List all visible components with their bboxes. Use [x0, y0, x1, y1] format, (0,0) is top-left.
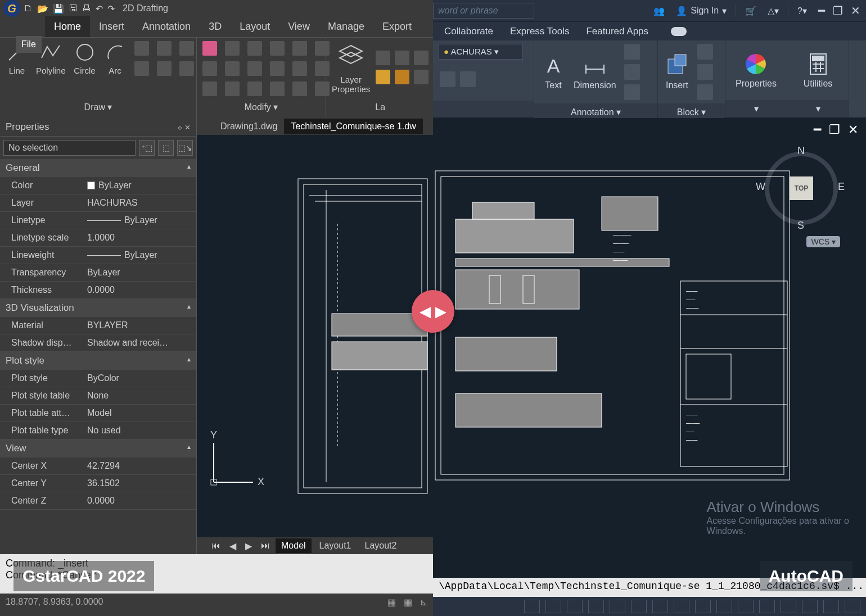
doc-tab-2[interactable]: Techinstel_Comunique-se 1.dw — [284, 119, 422, 134]
panel-title-modify[interactable]: Modify ▾ — [202, 99, 320, 115]
panel-title-layers-blank[interactable] — [433, 101, 534, 117]
property-row[interactable]: Shadow disp…Shadow and recei… — [0, 334, 196, 352]
scale-icon[interactable] — [292, 61, 307, 76]
wcs-dropdown[interactable]: WCS ▾ — [806, 236, 840, 247]
utilities-button[interactable]: Utilities — [804, 52, 833, 89]
help-search-input[interactable]: word or phrase — [433, 3, 534, 19]
hardware-icon[interactable] — [823, 600, 839, 613]
tool-arc[interactable]: Arc — [104, 41, 127, 75]
layer-states-icon[interactable] — [376, 51, 390, 65]
dimension-button[interactable]: Dimension — [574, 53, 616, 90]
text-button[interactable]: A Text — [541, 53, 566, 90]
layer-lock-icon[interactable] — [414, 70, 429, 84]
layer-dropdown[interactable]: ● ACHURAS ▾ — [439, 44, 523, 60]
grid-toggle-icon[interactable]: ▦ — [404, 597, 412, 608]
create-block-icon[interactable] — [697, 44, 713, 60]
properties-button[interactable]: Properties — [736, 52, 777, 89]
mtext-icon[interactable] — [624, 84, 640, 100]
property-row[interactable]: Center Y36.1502 — [0, 475, 196, 492]
spline-icon[interactable] — [134, 61, 149, 76]
layer-match-icon[interactable] — [414, 51, 429, 65]
edit-block-icon[interactable] — [697, 64, 713, 80]
vp-max-icon[interactable]: ❐ — [829, 123, 840, 137]
otrack-toggle-icon[interactable] — [652, 600, 668, 613]
restore-icon[interactable]: ❐ — [833, 4, 843, 17]
align-icon[interactable] — [292, 81, 307, 96]
sc-toggle-icon[interactable] — [738, 600, 754, 613]
redo-icon[interactable]: ↷ — [107, 3, 115, 14]
region-icon[interactable] — [179, 61, 194, 76]
property-row[interactable]: Plot table typeNo used — [0, 422, 196, 440]
extend-icon[interactable] — [247, 61, 262, 76]
explode-icon[interactable] — [225, 81, 240, 96]
cleanscreen-icon[interactable] — [845, 600, 860, 613]
property-row[interactable]: TransparencyByLayer — [0, 264, 196, 282]
viewport-window-controls[interactable]: ━ ❐ ✕ — [814, 123, 858, 137]
annomonitor-icon[interactable] — [759, 600, 775, 613]
chamfer-icon[interactable] — [202, 81, 217, 96]
copy-icon[interactable] — [225, 41, 240, 56]
quick-access-toolbar[interactable]: 🗋 📂 💾 🖫 🖶 ↶ ↷ — [24, 3, 115, 14]
panel-title-props[interactable]: ▾ — [725, 100, 787, 117]
model-toggle-icon[interactable] — [524, 600, 540, 613]
tab-express[interactable]: Express Tools — [510, 26, 570, 37]
property-row[interactable]: Plot style tableNone — [0, 387, 196, 405]
saveas-icon[interactable]: 🖫 — [69, 3, 78, 14]
tab-collaborate[interactable]: Collaborate — [444, 26, 493, 37]
layout-last-icon[interactable]: ⏭ — [258, 540, 273, 552]
panel-title-layers[interactable]: La — [332, 100, 429, 115]
tab-annotation[interactable]: Annotation — [133, 16, 200, 37]
a360-icon[interactable]: △▾ — [762, 6, 784, 16]
lwt-toggle-icon[interactable] — [674, 600, 689, 613]
rect-icon[interactable] — [134, 41, 149, 56]
layout-tab-2[interactable]: Layout2 — [359, 538, 403, 553]
cloud-toggle-icon[interactable] — [671, 27, 687, 36]
undo-icon[interactable]: ↶ — [96, 3, 103, 14]
ellipse-icon[interactable] — [157, 41, 172, 56]
property-row[interactable]: ColorByLayer — [0, 177, 196, 194]
property-row[interactable]: LinetypeByLayer — [0, 212, 196, 229]
tab-featured[interactable]: Featured Apps — [586, 26, 648, 37]
file-menu-button[interactable]: File — [16, 36, 42, 53]
tab-layout[interactable]: Layout — [231, 16, 279, 37]
prop-category[interactable]: General — [0, 159, 196, 177]
ortho-toggle-icon[interactable]: ⊾ — [420, 597, 427, 608]
array-icon[interactable] — [292, 41, 307, 56]
tab-export[interactable]: Export — [373, 16, 421, 37]
property-row[interactable]: LayerHACHURAS — [0, 194, 196, 212]
attr-icon[interactable] — [697, 84, 713, 100]
sharedviews-icon[interactable]: 👥 — [648, 6, 670, 16]
rotate-icon[interactable] — [202, 61, 217, 76]
plot-icon[interactable]: 🖶 — [82, 3, 91, 14]
pickadd-icon[interactable]: ⬚ — [158, 140, 174, 156]
layout-first-icon[interactable]: ⏮ — [208, 540, 224, 552]
layer-properties-button[interactable]: Layer Properties — [332, 41, 370, 94]
layer-iso-icon[interactable] — [395, 51, 409, 65]
prop-category[interactable]: 3D Visualization — [0, 299, 196, 317]
doc-tab-1[interactable]: Drawing1.dwg — [214, 119, 284, 134]
grid-toggle-icon[interactable] — [545, 600, 561, 613]
property-row[interactable]: Center Z0.0000 — [0, 492, 196, 510]
tab-home[interactable]: Home — [45, 16, 90, 37]
new-icon[interactable]: 🗋 — [24, 3, 33, 14]
quickselect-icon[interactable]: ⁺⬚ — [139, 140, 155, 156]
property-row[interactable]: Center X42.7294 — [0, 458, 196, 475]
exchange-icon[interactable]: 🛒 — [739, 6, 762, 16]
snap-toggle-icon[interactable] — [567, 600, 583, 613]
model-viewport[interactable]: X Y — [197, 135, 433, 537]
offset-icon[interactable] — [270, 41, 285, 56]
workspace-icon[interactable] — [781, 600, 796, 613]
close-icon[interactable]: ✕ — [851, 4, 860, 17]
palette-controls[interactable]: ⟐ ⨯ — [178, 123, 191, 132]
selection-dropdown[interactable]: No selection — [3, 140, 136, 156]
transparency-toggle-icon[interactable] — [695, 600, 711, 613]
property-row[interactable]: Plot table att…Model — [0, 405, 196, 422]
mirror-icon[interactable] — [247, 41, 262, 56]
selectobj-icon[interactable]: ⬚↘ — [177, 140, 193, 156]
open-icon[interactable]: 📂 — [37, 3, 48, 14]
break-icon[interactable] — [270, 81, 285, 96]
comparison-slider-handle[interactable] — [412, 290, 454, 333]
snap-toggle-icon[interactable]: ▦ — [387, 597, 396, 608]
isoplane-icon[interactable] — [802, 600, 818, 613]
vp-close-icon[interactable]: ✕ — [848, 123, 858, 137]
